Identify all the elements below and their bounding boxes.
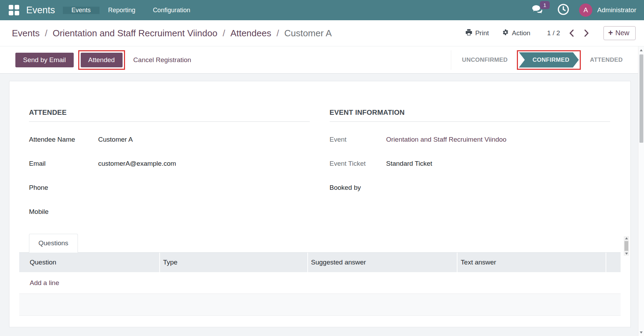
cancel-registration-button[interactable]: Cancel Registration bbox=[133, 56, 191, 64]
scroll-up-icon[interactable] bbox=[640, 49, 643, 51]
phone-label: Phone bbox=[29, 183, 98, 192]
field-row: Phone bbox=[29, 183, 310, 192]
attendee-name-label: Attendee Name bbox=[29, 135, 98, 144]
top-navbar: Events Events Reporting Configuration 1 … bbox=[0, 0, 644, 20]
scrollbar-thumb[interactable] bbox=[624, 241, 628, 251]
new-button[interactable]: + New bbox=[603, 26, 636, 40]
field-row: Event Orientation and Staff Recruiment V… bbox=[330, 135, 610, 144]
tab-questions[interactable]: Questions bbox=[29, 234, 78, 253]
scroll-down-icon[interactable] bbox=[625, 253, 628, 255]
notebook: Questions Question Type Suggested answer… bbox=[19, 234, 621, 316]
apps-grid-icon[interactable] bbox=[9, 5, 19, 15]
mobile-label: Mobile bbox=[29, 207, 98, 216]
breadcrumb-current: Customer A bbox=[284, 28, 332, 39]
send-by-email-button[interactable]: Send by Email bbox=[15, 53, 74, 67]
breadcrumb: Events / Orientation and Staff Recruimen… bbox=[12, 28, 332, 39]
nav-menu-reporting[interactable]: Reporting bbox=[100, 7, 144, 14]
control-panel-right: Print Action 1 / 2 + New bbox=[452, 26, 636, 40]
user-menu[interactable]: Administrator bbox=[597, 6, 636, 14]
pager-previous-icon[interactable] bbox=[569, 30, 574, 37]
navbar-left: Events Events Reporting Configuration bbox=[0, 0, 199, 20]
breadcrumb-attendees[interactable]: Attendees bbox=[230, 28, 271, 39]
email-input[interactable]: customerA@example.com bbox=[98, 159, 176, 168]
pager-nav bbox=[569, 30, 589, 37]
booked-by-label: Booked by bbox=[330, 183, 386, 192]
column-header-suggested-answer[interactable]: Suggested answer bbox=[308, 253, 458, 272]
table-row bbox=[19, 294, 621, 316]
breadcrumb-separator: / bbox=[45, 28, 47, 39]
attendee-section-title: ATTENDEE bbox=[29, 109, 310, 122]
column-header-question[interactable]: Question bbox=[19, 253, 160, 272]
field-row: Email customerA@example.com bbox=[29, 159, 310, 168]
attendee-group: ATTENDEE Attendee Name Customer A Email … bbox=[29, 109, 310, 231]
status-unconfirmed[interactable]: UNCONFIRMED bbox=[455, 57, 515, 64]
statusbar: UNCONFIRMED CONFIRMED ATTENDED bbox=[451, 50, 630, 70]
table-row: Add a line bbox=[19, 272, 621, 294]
field-row: Mobile bbox=[29, 207, 310, 216]
status-attended[interactable]: ATTENDED bbox=[583, 57, 630, 64]
scroll-up-icon[interactable] bbox=[625, 237, 628, 239]
notebook-tabs: Questions bbox=[19, 234, 621, 253]
activities-clock-icon[interactable] bbox=[557, 3, 569, 17]
annotation-box-attended: Attended bbox=[78, 50, 125, 70]
breadcrumb-events[interactable]: Events bbox=[12, 28, 40, 39]
messages-button[interactable]: 1 bbox=[532, 5, 543, 15]
email-label: Email bbox=[29, 159, 98, 168]
plus-icon: + bbox=[608, 29, 613, 37]
attendee-name-input[interactable]: Customer A bbox=[98, 135, 133, 144]
navbar-menu: Events Reporting Configuration bbox=[63, 7, 199, 14]
print-label: Print bbox=[475, 29, 489, 37]
form-statusbar-row: Send by Email Attended Cancel Registrati… bbox=[0, 46, 644, 74]
field-row: Booked by bbox=[330, 183, 610, 192]
scrollbar-thumb[interactable] bbox=[639, 54, 643, 143]
notebook-scrollbar[interactable] bbox=[624, 236, 629, 256]
page-scrollbar[interactable] bbox=[638, 46, 644, 336]
event-ticket-label: Event Ticket bbox=[330, 159, 386, 168]
app-title: Events bbox=[26, 5, 55, 16]
chat-bubbles-icon bbox=[532, 9, 543, 15]
breadcrumb-separator: / bbox=[277, 28, 279, 39]
nav-menu-configuration[interactable]: Configuration bbox=[144, 7, 199, 14]
column-header-extra bbox=[606, 253, 621, 272]
questions-table-header: Question Type Suggested answer Text answ… bbox=[19, 253, 621, 272]
add-a-line-link[interactable]: Add a line bbox=[19, 279, 59, 287]
event-ticket-value[interactable]: Standard Ticket bbox=[386, 159, 432, 168]
event-link[interactable]: Orientation and Staff Recruiment Viindoo bbox=[386, 135, 507, 144]
field-row: Attendee Name Customer A bbox=[29, 135, 310, 144]
breadcrumb-event-record[interactable]: Orientation and Staff Recruiment Viindoo bbox=[53, 28, 218, 39]
messages-count-badge: 1 bbox=[540, 1, 550, 9]
nav-menu-events[interactable]: Events bbox=[63, 7, 100, 14]
printer-icon bbox=[466, 29, 472, 37]
print-button[interactable]: Print bbox=[466, 29, 489, 37]
gear-icon bbox=[502, 29, 509, 37]
new-label: New bbox=[615, 29, 629, 37]
scroll-down-icon[interactable] bbox=[640, 331, 643, 334]
questions-table: Question Type Suggested answer Text answ… bbox=[19, 253, 621, 316]
column-header-text-answer[interactable]: Text answer bbox=[458, 253, 606, 272]
action-label: Action bbox=[512, 29, 530, 37]
pager-value[interactable]: 1 / 2 bbox=[547, 29, 560, 37]
pager-next-icon[interactable] bbox=[584, 30, 589, 37]
breadcrumb-separator: / bbox=[222, 28, 225, 39]
status-confirmed-active[interactable]: CONFIRMED bbox=[519, 52, 579, 68]
attended-button[interactable]: Attended bbox=[81, 53, 123, 67]
event-information-section-title: EVENT INFORMATION bbox=[330, 109, 610, 122]
avatar[interactable]: A bbox=[579, 3, 592, 17]
event-label: Event bbox=[330, 135, 386, 144]
control-panel: Events / Orientation and Staff Recruimen… bbox=[0, 20, 644, 46]
column-header-type[interactable]: Type bbox=[160, 253, 308, 272]
form-sheet: ATTENDEE Attendee Name Customer A Email … bbox=[9, 81, 631, 327]
form-groups: ATTENDEE Attendee Name Customer A Email … bbox=[29, 109, 610, 231]
page-body: ATTENDEE Attendee Name Customer A Email … bbox=[0, 74, 644, 336]
action-button[interactable]: Action bbox=[502, 29, 530, 37]
navbar-right: 1 A Administrator bbox=[532, 0, 644, 20]
event-information-group: EVENT INFORMATION Event Orientation and … bbox=[330, 109, 610, 231]
field-row: Event Ticket Standard Ticket bbox=[330, 159, 610, 168]
annotation-box-confirmed: CONFIRMED bbox=[517, 50, 581, 70]
